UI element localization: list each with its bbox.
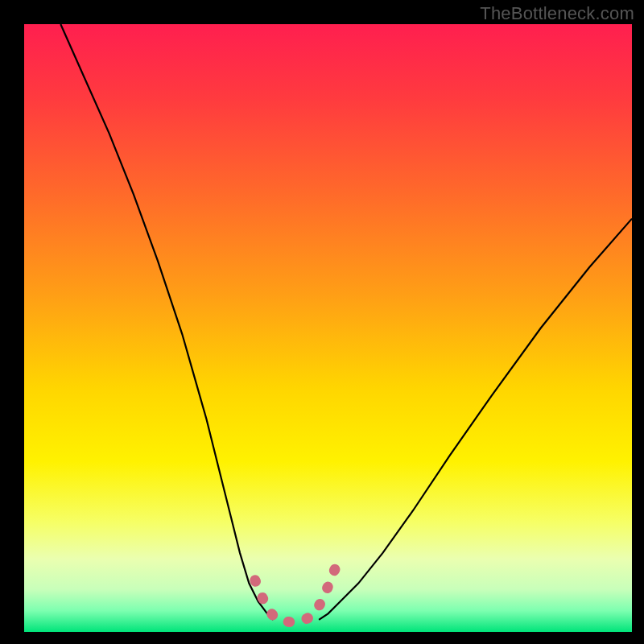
chart-frame: TheBottleneck.com xyxy=(0,0,644,644)
bottleneck-chart xyxy=(0,0,644,644)
watermark-text: TheBottleneck.com xyxy=(480,3,634,24)
